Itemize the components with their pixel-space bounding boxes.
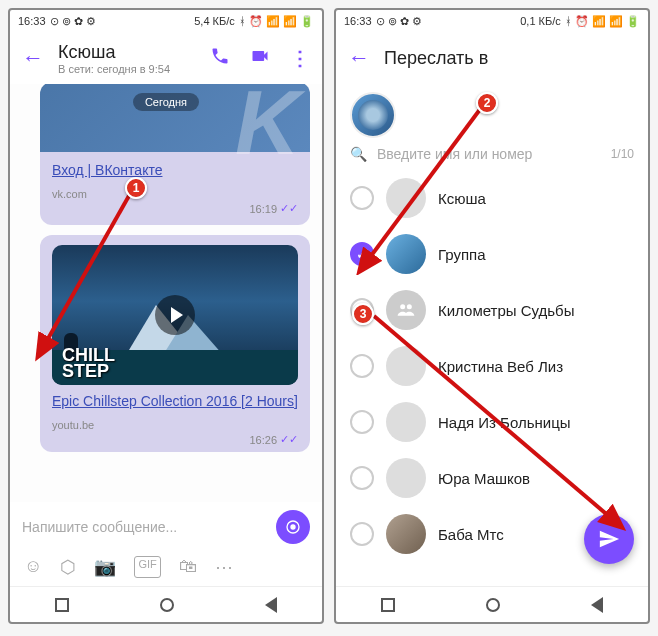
search-row[interactable]: 🔍 Введите имя или номер 1/10 — [336, 138, 648, 170]
msg-time: 16:19 — [249, 203, 277, 215]
nav-recent-icon[interactable] — [55, 598, 69, 612]
contact-radio[interactable] — [350, 522, 374, 546]
bt-icon: ᚼ ⏰ 📶 📶 🔋 — [565, 15, 640, 28]
bt-icon: ᚼ ⏰ 📶 📶 🔋 — [239, 15, 314, 28]
call-icon[interactable] — [210, 46, 230, 70]
gif-icon[interactable]: GIF — [134, 556, 160, 578]
contact-name: Кристина Веб Лиз — [438, 358, 563, 375]
annotation-marker-3: 3 — [352, 303, 374, 325]
contact-row[interactable]: Юра Машков — [336, 450, 648, 506]
selected-group-avatar — [350, 92, 396, 138]
contact-name: Надя Из Больницы — [438, 414, 571, 431]
emoji-icon[interactable]: ☺ — [24, 556, 42, 578]
contact-row[interactable]: ✓Группа — [336, 226, 648, 282]
back-icon[interactable]: ← — [22, 45, 44, 71]
forward-title: Переслать в — [384, 48, 488, 69]
annotation-marker-1: 1 — [125, 177, 147, 199]
play-icon[interactable] — [155, 295, 195, 335]
status-bar: 16:33 ⊙ ⊚ ✿ ⚙ 0,1 КБ/с ᚼ ⏰ 📶 📶 🔋 — [336, 10, 648, 32]
chat-subtitle: В сети: сегодня в 9:54 — [58, 63, 210, 75]
contact-name: Юра Машков — [438, 470, 530, 487]
contact-radio[interactable] — [350, 410, 374, 434]
contact-avatar — [386, 514, 426, 554]
contact-radio[interactable]: ✓ — [350, 242, 374, 266]
sticker-icon[interactable]: ⬡ — [60, 556, 76, 578]
video-thumbnail[interactable]: CHILLSTEP — [52, 245, 298, 385]
message-input-bar: Напишите сообщение... — [10, 502, 322, 552]
contact-avatar — [386, 458, 426, 498]
contact-name: Ксюша — [438, 190, 486, 207]
attachment-bar: ☺ ⬡ 📷 GIF 🛍 ⋯ — [10, 552, 322, 586]
svg-point-2 — [291, 525, 295, 529]
nav-back-icon[interactable] — [265, 597, 277, 613]
nav-home-icon[interactable] — [486, 598, 500, 612]
chat-body: Сегодня K Вход | ВКонтакте vk.com 16:19✓… — [10, 84, 322, 502]
message-youtube[interactable]: CHILLSTEP Epic Chillstep Collection 2016… — [40, 235, 310, 452]
data-rate: 5,4 КБ/с — [194, 15, 235, 27]
camera-icon[interactable]: 📷 — [94, 556, 116, 578]
contact-radio[interactable] — [350, 354, 374, 378]
voice-send-button[interactable] — [276, 510, 310, 544]
contact-radio[interactable] — [350, 186, 374, 210]
contact-row[interactable]: Кристина Веб Лиз — [336, 338, 648, 394]
day-chip: Сегодня — [133, 93, 199, 111]
status-bar: 16:33 ⊙ ⊚ ✿ ⚙ 5,4 КБ/с ᚼ ⏰ 📶 📶 🔋 — [10, 10, 322, 32]
contact-avatar — [386, 402, 426, 442]
yt-domain: youtu.be — [52, 419, 298, 431]
more-attach-icon[interactable]: ⋯ — [215, 556, 233, 578]
contact-row[interactable]: Надя Из Больницы — [336, 394, 648, 450]
search-input[interactable]: Введите имя или номер — [377, 146, 532, 162]
read-checks-icon: ✓✓ — [280, 202, 298, 215]
status-icon: ⊙ ⊚ ✿ ⚙ — [376, 15, 422, 28]
vk-domain: vk.com — [52, 188, 298, 200]
message-input[interactable]: Напишите сообщение... — [22, 519, 268, 535]
nav-home-icon[interactable] — [160, 598, 174, 612]
chat-title: Ксюша — [58, 42, 210, 63]
android-nav-bar — [336, 586, 648, 622]
chat-header: ← Ксюша В сети: сегодня в 9:54 ⋮ — [10, 32, 322, 84]
search-icon: 🔍 — [350, 146, 367, 162]
nav-back-icon[interactable] — [591, 597, 603, 613]
contact-avatar — [386, 290, 426, 330]
video-call-icon[interactable] — [248, 46, 272, 70]
more-icon[interactable]: ⋮ — [290, 46, 310, 70]
status-time: 16:33 — [344, 15, 372, 27]
contact-name: Километры Судьбы — [438, 302, 574, 319]
contact-avatar — [386, 178, 426, 218]
contact-row[interactable]: Километры Судьбы — [336, 282, 648, 338]
android-nav-bar — [10, 586, 322, 622]
svg-point-4 — [407, 304, 412, 309]
send-fab[interactable] — [584, 514, 634, 564]
contact-name: Группа — [438, 246, 486, 263]
yt-link[interactable]: Epic Chillstep Collection 2016 [2 Hours] — [52, 393, 298, 409]
forward-header: ← Переслать в — [336, 32, 648, 84]
status-time: 16:33 — [18, 15, 46, 27]
msg-time: 16:26 — [249, 434, 277, 446]
phone-forward: 16:33 ⊙ ⊚ ✿ ⚙ 0,1 КБ/с ᚼ ⏰ 📶 📶 🔋 ← Перес… — [334, 8, 650, 624]
phone-chat: 16:33 ⊙ ⊚ ✿ ⚙ 5,4 КБ/с ᚼ ⏰ 📶 📶 🔋 ← Ксюша… — [8, 8, 324, 624]
selection-counter: 1/10 — [611, 147, 634, 161]
back-icon[interactable]: ← — [348, 45, 370, 71]
svg-point-3 — [400, 304, 405, 309]
shop-icon[interactable]: 🛍 — [179, 556, 197, 578]
status-icon: ⊙ ⊚ ✿ ⚙ — [50, 15, 96, 28]
data-rate: 0,1 КБ/с — [520, 15, 561, 27]
contact-name: Баба Мтс — [438, 526, 504, 543]
contact-avatar — [386, 346, 426, 386]
annotation-marker-2: 2 — [476, 92, 498, 114]
nav-recent-icon[interactable] — [381, 598, 395, 612]
contact-radio[interactable] — [350, 466, 374, 490]
contact-row[interactable]: Ксюша — [336, 170, 648, 226]
contact-avatar — [386, 234, 426, 274]
read-checks-icon: ✓✓ — [280, 433, 298, 446]
